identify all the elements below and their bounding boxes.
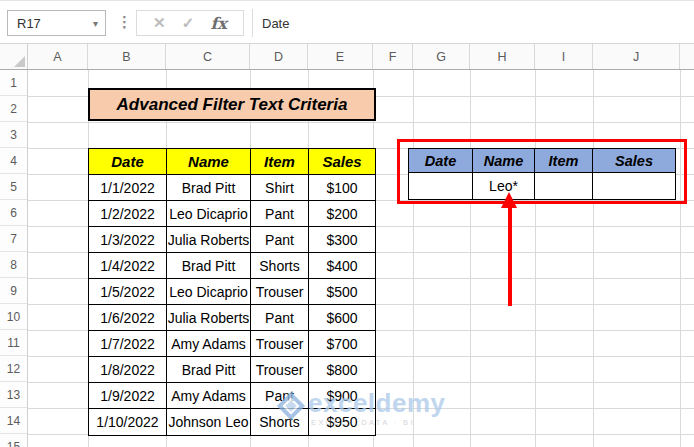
watermark-brand: exceldemy — [308, 390, 445, 416]
column-header-D[interactable]: D — [250, 44, 308, 69]
data-table-cell-6-1[interactable]: Julia Roberts — [167, 305, 251, 331]
column-headers: ABCDEFGHIJ — [0, 44, 694, 70]
formula-bar: R17 ▾ ⋮ ✕ ✓ fx Date — [0, 0, 694, 44]
row-header-14[interactable]: 14 — [0, 408, 27, 434]
data-table-cell-8-0[interactable]: 1/8/2022 — [89, 357, 167, 383]
data-table-cell-8-2[interactable]: Trouser — [251, 357, 309, 383]
row-header-1[interactable]: 1 — [0, 70, 27, 96]
data-table-cell-8-3[interactable]: $800 — [309, 357, 375, 383]
gridline-vertical — [470, 70, 471, 447]
row-header-4[interactable]: 4 — [0, 148, 27, 174]
data-table-cell-6-2[interactable]: Pant — [251, 305, 309, 331]
column-header-F[interactable]: F — [373, 44, 413, 69]
data-table-header-sales[interactable]: Sales — [309, 149, 375, 175]
data-table-cell-4-3[interactable]: $400 — [309, 253, 375, 279]
row-header-3[interactable]: 3 — [0, 122, 27, 148]
gridline-vertical — [593, 70, 594, 447]
row-header-2[interactable]: 2 — [0, 96, 27, 122]
column-header-B[interactable]: B — [88, 44, 166, 69]
formula-buttons-group: ✕ ✓ fx — [136, 10, 244, 36]
data-table-cell-5-1[interactable]: Leo Dicaprio — [167, 279, 251, 305]
data-table-cell-7-1[interactable]: Amy Adams — [167, 331, 251, 357]
data-table-cell-1-0[interactable]: 1/1/2022 — [89, 175, 167, 201]
row-header-9[interactable]: 9 — [0, 278, 27, 304]
row-header-10[interactable]: 10 — [0, 304, 27, 330]
title-banner-cell[interactable]: Advanced Filter Text Criteria — [88, 88, 376, 121]
data-table-cell-10-1[interactable]: Johnson Leo — [167, 409, 251, 435]
name-box-value: R17 — [8, 16, 93, 31]
data-table-cell-2-3[interactable]: $200 — [309, 201, 375, 227]
column-header-E[interactable]: E — [308, 44, 373, 69]
data-table-cell-7-3[interactable]: $700 — [309, 331, 375, 357]
column-header-A[interactable]: A — [28, 44, 88, 69]
chevron-down-icon[interactable]: ▾ — [93, 18, 105, 29]
row-header-11[interactable]: 11 — [0, 330, 27, 356]
watermark-tagline: EXCEL · DATA · BI — [311, 418, 445, 427]
row-headers: 123456789101112131415 — [0, 70, 28, 447]
data-table-cell-5-0[interactable]: 1/5/2022 — [89, 279, 167, 305]
data-table-cell-2-1[interactable]: Leo Dicaprio — [167, 201, 251, 227]
column-header-I[interactable]: I — [535, 44, 593, 69]
row-header-7[interactable]: 7 — [0, 226, 27, 252]
data-table-cell-5-3[interactable]: $500 — [309, 279, 375, 305]
watermark: exceldemy EXCEL · DATA · BI — [281, 390, 445, 427]
data-table-cell-4-1[interactable]: Brad Pitt — [167, 253, 251, 279]
data-table-cell-10-0[interactable]: 1/10/2022 — [89, 409, 167, 435]
insert-function-icon[interactable]: fx — [210, 14, 226, 33]
data-table-cell-3-0[interactable]: 1/3/2022 — [89, 227, 167, 253]
row-header-8[interactable]: 8 — [0, 252, 27, 278]
row-header-15[interactable]: 15 — [0, 434, 27, 447]
data-table-cell-2-2[interactable]: Pant — [251, 201, 309, 227]
excel-window: R17 ▾ ⋮ ✕ ✓ fx Date ABCDEFGHIJ 123456789… — [0, 0, 694, 447]
name-box[interactable]: R17 ▾ — [7, 10, 106, 36]
data-table-cell-1-2[interactable]: Shirt — [251, 175, 309, 201]
data-table-cell-1-3[interactable]: $100 — [309, 175, 375, 201]
data-table-cell-3-2[interactable]: Pant — [251, 227, 309, 253]
column-header-J[interactable]: J — [593, 44, 680, 69]
formula-input[interactable]: Date — [262, 1, 682, 45]
gridline-vertical — [535, 70, 536, 447]
data-table-cell-4-0[interactable]: 1/4/2022 — [89, 253, 167, 279]
gridline-vertical — [680, 70, 681, 447]
data-table-cell-6-0[interactable]: 1/6/2022 — [89, 305, 167, 331]
exceldemy-logo-icon — [277, 392, 305, 420]
formula-bar-divider — [252, 9, 253, 37]
cancel-icon[interactable]: ✕ — [153, 14, 166, 32]
row-header-6[interactable]: 6 — [0, 200, 27, 226]
column-header-G[interactable]: G — [413, 44, 470, 69]
data-table-header-item[interactable]: Item — [251, 149, 309, 175]
data-table-cell-7-0[interactable]: 1/7/2022 — [89, 331, 167, 357]
data-table-cell-3-3[interactable]: $300 — [309, 227, 375, 253]
row-header-13[interactable]: 13 — [0, 382, 27, 408]
red-arrow-line — [508, 206, 512, 306]
data-table-cell-8-1[interactable]: Brad Pitt — [167, 357, 251, 383]
data-table-cell-6-3[interactable]: $600 — [309, 305, 375, 331]
data-table-cell-3-1[interactable]: Julia Roberts — [167, 227, 251, 253]
data-table-cell-2-0[interactable]: 1/2/2022 — [89, 201, 167, 227]
confirm-icon[interactable]: ✓ — [182, 14, 195, 32]
row-header-12[interactable]: 12 — [0, 356, 27, 382]
data-table-cell-9-0[interactable]: 1/9/2022 — [89, 383, 167, 409]
gridline-horizontal — [28, 122, 694, 123]
select-all-corner[interactable] — [0, 44, 28, 69]
data-table-cell-9-1[interactable]: Amy Adams — [167, 383, 251, 409]
criteria-highlight-rectangle — [397, 139, 687, 204]
data-table-header-date[interactable]: Date — [89, 149, 167, 175]
data-table-cell-7-2[interactable]: Trouser — [251, 331, 309, 357]
column-header-C[interactable]: C — [166, 44, 250, 69]
more-dots-icon: ⋮ — [117, 13, 132, 31]
data-table-header-name[interactable]: Name — [167, 149, 251, 175]
data-table-cell-5-2[interactable]: Trouser — [251, 279, 309, 305]
data-table-cell-1-1[interactable]: Brad Pitt — [167, 175, 251, 201]
column-header-H[interactable]: H — [470, 44, 535, 69]
data-table-cell-4-2[interactable]: Shorts — [251, 253, 309, 279]
select-all-triangle-icon — [14, 56, 25, 67]
row-header-5[interactable]: 5 — [0, 174, 27, 200]
